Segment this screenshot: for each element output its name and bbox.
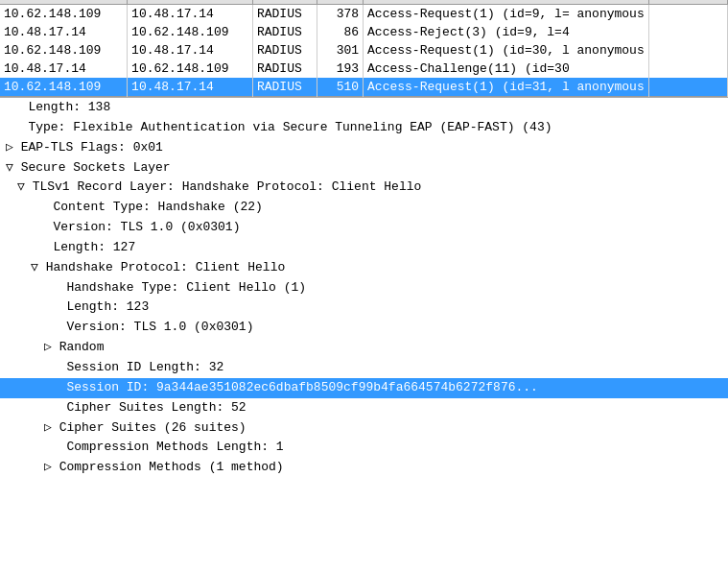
cell-info: Access-Request(1) (id=30, l anonymous [364,41,649,60]
detail-line[interactable]: ▷ Random [0,338,728,358]
cell-info: Access-Reject(3) (id=9, l=4 [364,23,649,41]
cell-source: 10.48.17.14 [0,60,128,78]
detail-line[interactable]: Length: 138 [0,98,728,118]
table-row[interactable]: 10.48.17.1410.62.148.109RADIUS86Access-R… [0,23,728,41]
detail-line[interactable]: ▽ Handshake Protocol: Client Hello [0,258,728,278]
table-row[interactable]: 10.48.17.1410.62.148.109RADIUS193Access-… [0,60,728,78]
cell-source: 10.62.148.109 [0,41,128,60]
detail-panel: Length: 138 Type: Flexible Authenticatio… [0,97,728,478]
packet-list-table: 10.62.148.10910.48.17.14RADIUS378Access-… [0,0,728,97]
cell-proto: RADIUS [252,60,317,78]
cell-info: Access-Request(1) (id=31, l anonymous [364,78,649,97]
cell-source: 10.62.148.109 [0,78,128,97]
cell-user [648,78,727,97]
cell-user [648,41,727,60]
cell-dest: 10.48.17.14 [128,41,253,60]
cell-user [648,23,727,41]
cell-source: 10.48.17.14 [0,23,128,41]
cell-proto: RADIUS [252,78,317,97]
detail-line[interactable]: Handshake Type: Client Hello (1) [0,278,728,298]
cell-length: 510 [317,78,363,97]
cell-length: 193 [317,60,363,78]
cell-dest: 10.62.148.109 [128,23,253,41]
cell-user [648,5,727,24]
detail-line[interactable]: ▽ Secure Sockets Layer [0,158,728,179]
cell-user [648,60,727,78]
detail-line[interactable]: Compression Methods Length: 1 [0,438,728,458]
detail-line[interactable]: Cipher Suites Length: 52 [0,398,728,418]
table-row[interactable]: 10.62.148.10910.48.17.14RADIUS301Access-… [0,41,728,60]
detail-line[interactable]: ▷ Cipher Suites (26 suites) [0,418,728,439]
cell-proto: RADIUS [252,41,317,60]
detail-line[interactable]: Length: 127 [0,238,728,258]
cell-info: Access-Challenge(11) (id=30 [364,60,649,78]
detail-line[interactable]: Version: TLS 1.0 (0x0301) [0,318,728,338]
cell-info: Access-Request(1) (id=9, l= anonymous [364,5,649,24]
detail-line[interactable]: ▷ Compression Methods (1 method) [0,458,728,478]
cell-proto: RADIUS [252,5,317,24]
detail-line[interactable]: Session ID Length: 32 [0,358,728,378]
detail-line[interactable]: Session ID: 9a344ae351082ec6dbafb8509cf9… [0,378,728,398]
detail-line[interactable]: Type: Flexible Authentication via Secure… [0,118,728,138]
table-row[interactable]: 10.62.148.10910.48.17.14RADIUS510Access-… [0,78,728,97]
detail-line[interactable]: Content Type: Handshake (22) [0,198,728,218]
cell-dest: 10.48.17.14 [128,78,253,97]
detail-line[interactable]: Length: 123 [0,298,728,318]
table-row[interactable]: 10.62.148.10910.48.17.14RADIUS378Access-… [0,5,728,24]
cell-length: 378 [317,5,363,24]
detail-line[interactable]: Version: TLS 1.0 (0x0301) [0,218,728,238]
detail-line[interactable]: ▽ TLSv1 Record Layer: Handshake Protocol… [0,178,728,198]
cell-proto: RADIUS [252,23,317,41]
cell-length: 301 [317,41,363,60]
detail-line[interactable]: ▷ EAP-TLS Flags: 0x01 [0,138,728,158]
cell-source: 10.62.148.109 [0,5,128,24]
cell-dest: 10.48.17.14 [128,5,253,24]
cell-dest: 10.62.148.109 [128,60,253,78]
cell-length: 86 [317,23,363,41]
